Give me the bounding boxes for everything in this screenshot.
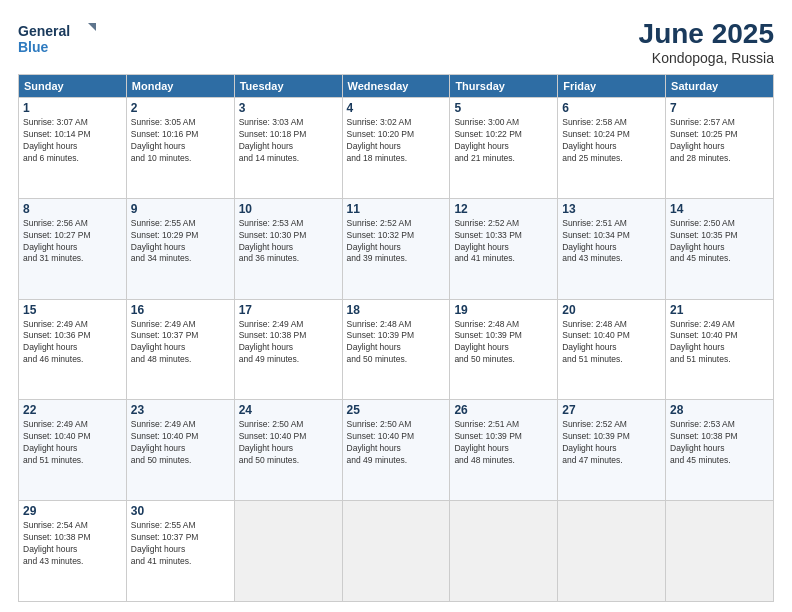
svg-text:General: General [18,23,70,39]
day-info: Sunrise: 2:57 AM Sunset: 10:25 PM Daylig… [670,117,769,165]
table-cell: 14 Sunrise: 2:50 AM Sunset: 10:35 PM Day… [666,198,774,299]
table-cell: 2 Sunrise: 3:05 AM Sunset: 10:16 PM Dayl… [126,98,234,199]
day-number: 24 [239,403,338,417]
day-info: Sunrise: 2:51 AM Sunset: 10:34 PM Daylig… [562,218,661,266]
day-info: Sunrise: 2:49 AM Sunset: 10:40 PM Daylig… [23,419,122,467]
table-cell: 12 Sunrise: 2:52 AM Sunset: 10:33 PM Day… [450,198,558,299]
table-cell: 5 Sunrise: 3:00 AM Sunset: 10:22 PM Dayl… [450,98,558,199]
table-cell: 10 Sunrise: 2:53 AM Sunset: 10:30 PM Day… [234,198,342,299]
day-number: 20 [562,303,661,317]
day-info: Sunrise: 2:49 AM Sunset: 10:37 PM Daylig… [131,319,230,367]
day-info: Sunrise: 2:50 AM Sunset: 10:40 PM Daylig… [347,419,446,467]
day-info: Sunrise: 3:03 AM Sunset: 10:18 PM Daylig… [239,117,338,165]
table-cell [666,501,774,602]
day-info: Sunrise: 2:49 AM Sunset: 10:38 PM Daylig… [239,319,338,367]
table-cell: 15 Sunrise: 2:49 AM Sunset: 10:36 PM Day… [19,299,127,400]
header-monday: Monday [126,75,234,98]
day-info: Sunrise: 3:07 AM Sunset: 10:14 PM Daylig… [23,117,122,165]
day-number: 14 [670,202,769,216]
table-cell: 21 Sunrise: 2:49 AM Sunset: 10:40 PM Day… [666,299,774,400]
header-wednesday: Wednesday [342,75,450,98]
page: General Blue June 2025 Kondopoga, Russia… [0,0,792,612]
day-info: Sunrise: 2:55 AM Sunset: 10:37 PM Daylig… [131,520,230,568]
header-sunday: Sunday [19,75,127,98]
day-info: Sunrise: 2:50 AM Sunset: 10:35 PM Daylig… [670,218,769,266]
day-number: 12 [454,202,553,216]
day-info: Sunrise: 2:58 AM Sunset: 10:24 PM Daylig… [562,117,661,165]
day-number: 22 [23,403,122,417]
week-row-3: 15 Sunrise: 2:49 AM Sunset: 10:36 PM Day… [19,299,774,400]
logo-svg: General Blue [18,18,98,63]
day-number: 29 [23,504,122,518]
day-number: 27 [562,403,661,417]
day-info: Sunrise: 2:49 AM Sunset: 10:36 PM Daylig… [23,319,122,367]
day-info: Sunrise: 2:48 AM Sunset: 10:39 PM Daylig… [347,319,446,367]
day-number: 5 [454,101,553,115]
table-cell: 25 Sunrise: 2:50 AM Sunset: 10:40 PM Day… [342,400,450,501]
logo: General Blue [18,18,98,63]
table-cell: 19 Sunrise: 2:48 AM Sunset: 10:39 PM Day… [450,299,558,400]
table-cell [342,501,450,602]
calendar-subtitle: Kondopoga, Russia [639,50,774,66]
table-cell: 30 Sunrise: 2:55 AM Sunset: 10:37 PM Day… [126,501,234,602]
day-number: 25 [347,403,446,417]
calendar-table: Sunday Monday Tuesday Wednesday Thursday… [18,74,774,602]
day-info: Sunrise: 2:49 AM Sunset: 10:40 PM Daylig… [131,419,230,467]
day-info: Sunrise: 2:56 AM Sunset: 10:27 PM Daylig… [23,218,122,266]
table-cell [234,501,342,602]
day-info: Sunrise: 2:52 AM Sunset: 10:39 PM Daylig… [562,419,661,467]
calendar-title: June 2025 [639,18,774,50]
table-cell: 28 Sunrise: 2:53 AM Sunset: 10:38 PM Day… [666,400,774,501]
day-number: 11 [347,202,446,216]
day-number: 3 [239,101,338,115]
table-cell: 7 Sunrise: 2:57 AM Sunset: 10:25 PM Dayl… [666,98,774,199]
table-cell [450,501,558,602]
day-number: 17 [239,303,338,317]
table-cell: 6 Sunrise: 2:58 AM Sunset: 10:24 PM Dayl… [558,98,666,199]
table-cell: 17 Sunrise: 2:49 AM Sunset: 10:38 PM Day… [234,299,342,400]
day-number: 8 [23,202,122,216]
weekday-header-row: Sunday Monday Tuesday Wednesday Thursday… [19,75,774,98]
table-cell: 8 Sunrise: 2:56 AM Sunset: 10:27 PM Dayl… [19,198,127,299]
table-cell: 29 Sunrise: 2:54 AM Sunset: 10:38 PM Day… [19,501,127,602]
day-info: Sunrise: 3:05 AM Sunset: 10:16 PM Daylig… [131,117,230,165]
table-cell: 23 Sunrise: 2:49 AM Sunset: 10:40 PM Day… [126,400,234,501]
day-number: 7 [670,101,769,115]
day-number: 9 [131,202,230,216]
header-friday: Friday [558,75,666,98]
svg-marker-3 [88,23,96,31]
day-info: Sunrise: 2:55 AM Sunset: 10:29 PM Daylig… [131,218,230,266]
day-info: Sunrise: 3:00 AM Sunset: 10:22 PM Daylig… [454,117,553,165]
table-cell: 9 Sunrise: 2:55 AM Sunset: 10:29 PM Dayl… [126,198,234,299]
day-info: Sunrise: 2:52 AM Sunset: 10:33 PM Daylig… [454,218,553,266]
day-number: 19 [454,303,553,317]
table-cell: 22 Sunrise: 2:49 AM Sunset: 10:40 PM Day… [19,400,127,501]
day-number: 6 [562,101,661,115]
table-cell: 16 Sunrise: 2:49 AM Sunset: 10:37 PM Day… [126,299,234,400]
day-info: Sunrise: 2:51 AM Sunset: 10:39 PM Daylig… [454,419,553,467]
day-number: 13 [562,202,661,216]
week-row-2: 8 Sunrise: 2:56 AM Sunset: 10:27 PM Dayl… [19,198,774,299]
day-info: Sunrise: 2:48 AM Sunset: 10:40 PM Daylig… [562,319,661,367]
day-number: 18 [347,303,446,317]
table-cell: 24 Sunrise: 2:50 AM Sunset: 10:40 PM Day… [234,400,342,501]
day-number: 21 [670,303,769,317]
table-cell: 18 Sunrise: 2:48 AM Sunset: 10:39 PM Day… [342,299,450,400]
day-info: Sunrise: 3:02 AM Sunset: 10:20 PM Daylig… [347,117,446,165]
header-tuesday: Tuesday [234,75,342,98]
day-info: Sunrise: 2:52 AM Sunset: 10:32 PM Daylig… [347,218,446,266]
week-row-1: 1 Sunrise: 3:07 AM Sunset: 10:14 PM Dayl… [19,98,774,199]
day-number: 10 [239,202,338,216]
header: General Blue June 2025 Kondopoga, Russia [18,18,774,66]
week-row-5: 29 Sunrise: 2:54 AM Sunset: 10:38 PM Day… [19,501,774,602]
day-info: Sunrise: 2:53 AM Sunset: 10:38 PM Daylig… [670,419,769,467]
day-number: 4 [347,101,446,115]
week-row-4: 22 Sunrise: 2:49 AM Sunset: 10:40 PM Day… [19,400,774,501]
day-number: 26 [454,403,553,417]
title-area: June 2025 Kondopoga, Russia [639,18,774,66]
day-info: Sunrise: 2:48 AM Sunset: 10:39 PM Daylig… [454,319,553,367]
day-number: 30 [131,504,230,518]
day-info: Sunrise: 2:54 AM Sunset: 10:38 PM Daylig… [23,520,122,568]
table-cell: 13 Sunrise: 2:51 AM Sunset: 10:34 PM Day… [558,198,666,299]
table-cell: 20 Sunrise: 2:48 AM Sunset: 10:40 PM Day… [558,299,666,400]
